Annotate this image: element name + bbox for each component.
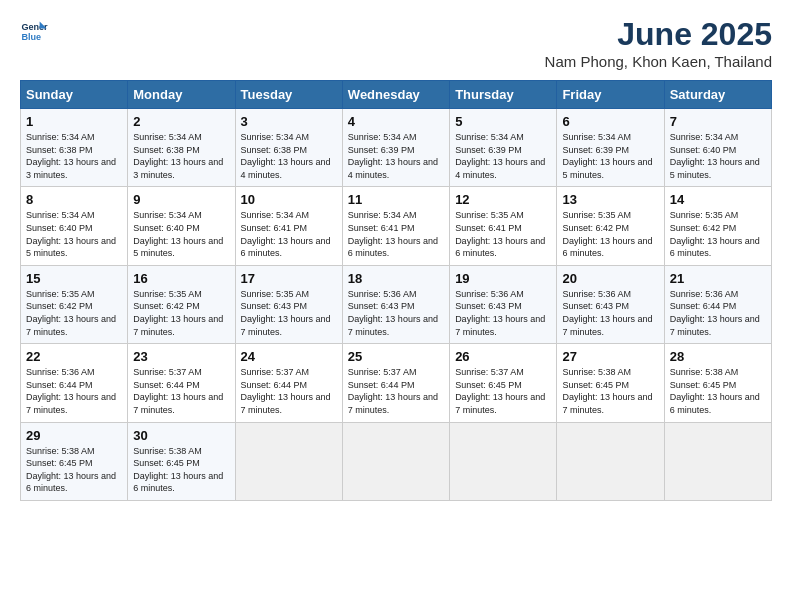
day-number: 3 — [241, 114, 337, 129]
day-info: Sunrise: 5:37 AM Sunset: 6:44 PM Dayligh… — [241, 366, 337, 416]
calendar-cell: 4 Sunrise: 5:34 AM Sunset: 6:39 PM Dayli… — [342, 109, 449, 187]
day-number: 21 — [670, 271, 766, 286]
day-number: 11 — [348, 192, 444, 207]
calendar-cell: 6 Sunrise: 5:34 AM Sunset: 6:39 PM Dayli… — [557, 109, 664, 187]
day-number: 6 — [562, 114, 658, 129]
day-header-sunday: Sunday — [21, 81, 128, 109]
day-info: Sunrise: 5:35 AM Sunset: 6:42 PM Dayligh… — [133, 288, 229, 338]
day-number: 9 — [133, 192, 229, 207]
day-number: 5 — [455, 114, 551, 129]
day-info: Sunrise: 5:37 AM Sunset: 6:45 PM Dayligh… — [455, 366, 551, 416]
header: General Blue June 2025 Nam Phong, Khon K… — [20, 16, 772, 70]
day-info: Sunrise: 5:36 AM Sunset: 6:43 PM Dayligh… — [455, 288, 551, 338]
day-info: Sunrise: 5:38 AM Sunset: 6:45 PM Dayligh… — [670, 366, 766, 416]
day-info: Sunrise: 5:34 AM Sunset: 6:39 PM Dayligh… — [348, 131, 444, 181]
day-number: 4 — [348, 114, 444, 129]
day-info: Sunrise: 5:34 AM Sunset: 6:38 PM Dayligh… — [241, 131, 337, 181]
day-info: Sunrise: 5:34 AM Sunset: 6:41 PM Dayligh… — [241, 209, 337, 259]
day-info: Sunrise: 5:34 AM Sunset: 6:40 PM Dayligh… — [670, 131, 766, 181]
main-title: June 2025 — [545, 16, 772, 53]
day-number: 19 — [455, 271, 551, 286]
calendar-cell — [557, 422, 664, 500]
day-info: Sunrise: 5:37 AM Sunset: 6:44 PM Dayligh… — [348, 366, 444, 416]
calendar-cell: 19 Sunrise: 5:36 AM Sunset: 6:43 PM Dayl… — [450, 265, 557, 343]
calendar-cell: 16 Sunrise: 5:35 AM Sunset: 6:42 PM Dayl… — [128, 265, 235, 343]
calendar-cell: 18 Sunrise: 5:36 AM Sunset: 6:43 PM Dayl… — [342, 265, 449, 343]
day-info: Sunrise: 5:36 AM Sunset: 6:44 PM Dayligh… — [26, 366, 122, 416]
calendar-cell — [342, 422, 449, 500]
calendar-cell: 26 Sunrise: 5:37 AM Sunset: 6:45 PM Dayl… — [450, 344, 557, 422]
calendar-week-3: 15 Sunrise: 5:35 AM Sunset: 6:42 PM Dayl… — [21, 265, 772, 343]
day-info: Sunrise: 5:36 AM Sunset: 6:44 PM Dayligh… — [670, 288, 766, 338]
day-number: 16 — [133, 271, 229, 286]
day-info: Sunrise: 5:35 AM Sunset: 6:42 PM Dayligh… — [26, 288, 122, 338]
calendar-header-row: SundayMondayTuesdayWednesdayThursdayFrid… — [21, 81, 772, 109]
day-header-thursday: Thursday — [450, 81, 557, 109]
day-info: Sunrise: 5:34 AM Sunset: 6:39 PM Dayligh… — [455, 131, 551, 181]
calendar-cell — [664, 422, 771, 500]
day-number: 28 — [670, 349, 766, 364]
day-number: 8 — [26, 192, 122, 207]
calendar-cell: 2 Sunrise: 5:34 AM Sunset: 6:38 PM Dayli… — [128, 109, 235, 187]
day-number: 1 — [26, 114, 122, 129]
day-header-monday: Monday — [128, 81, 235, 109]
calendar-week-2: 8 Sunrise: 5:34 AM Sunset: 6:40 PM Dayli… — [21, 187, 772, 265]
day-number: 23 — [133, 349, 229, 364]
day-number: 29 — [26, 428, 122, 443]
day-info: Sunrise: 5:34 AM Sunset: 6:38 PM Dayligh… — [26, 131, 122, 181]
calendar-cell: 14 Sunrise: 5:35 AM Sunset: 6:42 PM Dayl… — [664, 187, 771, 265]
calendar-cell: 22 Sunrise: 5:36 AM Sunset: 6:44 PM Dayl… — [21, 344, 128, 422]
calendar-cell: 13 Sunrise: 5:35 AM Sunset: 6:42 PM Dayl… — [557, 187, 664, 265]
calendar-week-5: 29 Sunrise: 5:38 AM Sunset: 6:45 PM Dayl… — [21, 422, 772, 500]
day-header-wednesday: Wednesday — [342, 81, 449, 109]
day-info: Sunrise: 5:34 AM Sunset: 6:40 PM Dayligh… — [26, 209, 122, 259]
calendar-cell: 27 Sunrise: 5:38 AM Sunset: 6:45 PM Dayl… — [557, 344, 664, 422]
calendar-cell: 25 Sunrise: 5:37 AM Sunset: 6:44 PM Dayl… — [342, 344, 449, 422]
day-info: Sunrise: 5:34 AM Sunset: 6:41 PM Dayligh… — [348, 209, 444, 259]
calendar-cell: 20 Sunrise: 5:36 AM Sunset: 6:43 PM Dayl… — [557, 265, 664, 343]
day-number: 7 — [670, 114, 766, 129]
day-info: Sunrise: 5:37 AM Sunset: 6:44 PM Dayligh… — [133, 366, 229, 416]
calendar-cell: 12 Sunrise: 5:35 AM Sunset: 6:41 PM Dayl… — [450, 187, 557, 265]
day-number: 24 — [241, 349, 337, 364]
calendar-cell: 10 Sunrise: 5:34 AM Sunset: 6:41 PM Dayl… — [235, 187, 342, 265]
day-info: Sunrise: 5:38 AM Sunset: 6:45 PM Dayligh… — [133, 445, 229, 495]
day-number: 17 — [241, 271, 337, 286]
day-number: 26 — [455, 349, 551, 364]
day-info: Sunrise: 5:36 AM Sunset: 6:43 PM Dayligh… — [348, 288, 444, 338]
svg-text:Blue: Blue — [21, 32, 41, 42]
day-number: 30 — [133, 428, 229, 443]
day-header-tuesday: Tuesday — [235, 81, 342, 109]
day-info: Sunrise: 5:35 AM Sunset: 6:42 PM Dayligh… — [562, 209, 658, 259]
calendar-cell: 15 Sunrise: 5:35 AM Sunset: 6:42 PM Dayl… — [21, 265, 128, 343]
logo: General Blue — [20, 16, 48, 44]
day-info: Sunrise: 5:35 AM Sunset: 6:41 PM Dayligh… — [455, 209, 551, 259]
day-number: 18 — [348, 271, 444, 286]
calendar-cell: 23 Sunrise: 5:37 AM Sunset: 6:44 PM Dayl… — [128, 344, 235, 422]
calendar-cell: 7 Sunrise: 5:34 AM Sunset: 6:40 PM Dayli… — [664, 109, 771, 187]
calendar-cell — [235, 422, 342, 500]
day-info: Sunrise: 5:36 AM Sunset: 6:43 PM Dayligh… — [562, 288, 658, 338]
calendar-cell: 9 Sunrise: 5:34 AM Sunset: 6:40 PM Dayli… — [128, 187, 235, 265]
calendar-cell: 3 Sunrise: 5:34 AM Sunset: 6:38 PM Dayli… — [235, 109, 342, 187]
calendar-cell: 24 Sunrise: 5:37 AM Sunset: 6:44 PM Dayl… — [235, 344, 342, 422]
calendar-cell: 5 Sunrise: 5:34 AM Sunset: 6:39 PM Dayli… — [450, 109, 557, 187]
calendar-week-1: 1 Sunrise: 5:34 AM Sunset: 6:38 PM Dayli… — [21, 109, 772, 187]
day-number: 12 — [455, 192, 551, 207]
calendar-cell: 17 Sunrise: 5:35 AM Sunset: 6:43 PM Dayl… — [235, 265, 342, 343]
day-info: Sunrise: 5:38 AM Sunset: 6:45 PM Dayligh… — [26, 445, 122, 495]
calendar-cell: 30 Sunrise: 5:38 AM Sunset: 6:45 PM Dayl… — [128, 422, 235, 500]
day-info: Sunrise: 5:35 AM Sunset: 6:42 PM Dayligh… — [670, 209, 766, 259]
subtitle: Nam Phong, Khon Kaen, Thailand — [545, 53, 772, 70]
day-number: 2 — [133, 114, 229, 129]
calendar-week-4: 22 Sunrise: 5:36 AM Sunset: 6:44 PM Dayl… — [21, 344, 772, 422]
day-header-friday: Friday — [557, 81, 664, 109]
calendar-cell: 8 Sunrise: 5:34 AM Sunset: 6:40 PM Dayli… — [21, 187, 128, 265]
day-number: 22 — [26, 349, 122, 364]
logo-icon: General Blue — [20, 16, 48, 44]
calendar-cell: 21 Sunrise: 5:36 AM Sunset: 6:44 PM Dayl… — [664, 265, 771, 343]
day-number: 13 — [562, 192, 658, 207]
calendar-cell: 11 Sunrise: 5:34 AM Sunset: 6:41 PM Dayl… — [342, 187, 449, 265]
day-number: 25 — [348, 349, 444, 364]
day-info: Sunrise: 5:34 AM Sunset: 6:40 PM Dayligh… — [133, 209, 229, 259]
